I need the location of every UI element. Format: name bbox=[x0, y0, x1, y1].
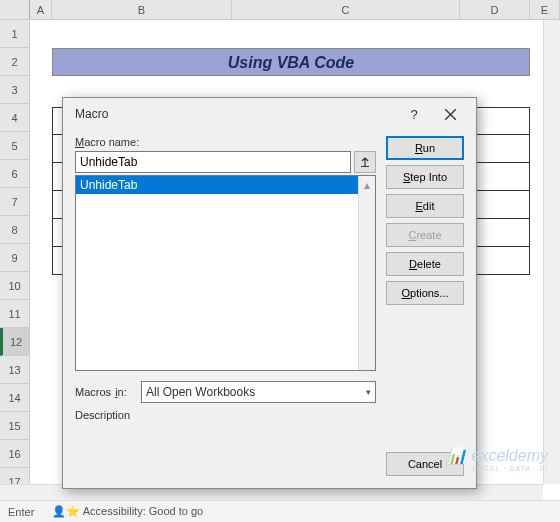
row-header[interactable]: 13 bbox=[0, 356, 29, 384]
create-button: Create bbox=[386, 223, 464, 247]
col-header-d[interactable]: D bbox=[460, 0, 530, 19]
close-button[interactable] bbox=[432, 100, 468, 128]
macro-name-label: Macro name: bbox=[75, 136, 376, 148]
macro-list-item[interactable]: UnhideTab bbox=[76, 176, 375, 194]
step-into-button[interactable]: Step Into bbox=[386, 165, 464, 189]
macros-in-value: All Open Workbooks bbox=[146, 385, 255, 399]
col-header-b[interactable]: B bbox=[52, 0, 232, 19]
accessibility-status[interactable]: 👤⭐ Accessibility: Good to go bbox=[52, 505, 203, 518]
dialog-titlebar[interactable]: Macro ? bbox=[63, 98, 476, 130]
row-header[interactable]: 2 bbox=[0, 48, 29, 76]
edit-button[interactable]: Edit bbox=[386, 194, 464, 218]
status-bar: Enter 👤⭐ Accessibility: Good to go bbox=[0, 500, 560, 522]
row-header[interactable]: 10 bbox=[0, 272, 29, 300]
chevron-up-icon[interactable]: ▴ bbox=[359, 176, 375, 193]
macro-listbox[interactable]: UnhideTab ▴ bbox=[75, 175, 376, 371]
row-header[interactable]: 4 bbox=[0, 104, 29, 132]
help-button[interactable]: ? bbox=[396, 100, 432, 128]
macro-name-input[interactable] bbox=[75, 151, 351, 173]
cancel-button[interactable]: Cancel bbox=[386, 452, 464, 476]
chevron-down-icon: ▾ bbox=[366, 387, 371, 397]
collapse-dialog-button[interactable] bbox=[354, 151, 376, 173]
delete-button[interactable]: Delete bbox=[386, 252, 464, 276]
row-header[interactable]: 1 bbox=[0, 20, 29, 48]
run-button[interactable]: Run bbox=[386, 136, 464, 160]
row-header[interactable]: 3 bbox=[0, 76, 29, 104]
row-header[interactable]: 6 bbox=[0, 160, 29, 188]
row-header[interactable]: 9 bbox=[0, 244, 29, 272]
macros-in-label: Macros in: bbox=[75, 386, 133, 398]
row-header[interactable]: 15 bbox=[0, 412, 29, 440]
close-icon bbox=[445, 109, 456, 120]
row-header[interactable]: 14 bbox=[0, 384, 29, 412]
select-all-cell[interactable] bbox=[0, 0, 30, 19]
col-header-e[interactable]: E bbox=[530, 0, 560, 19]
row-header[interactable]: 5 bbox=[0, 132, 29, 160]
row-header[interactable]: 8 bbox=[0, 216, 29, 244]
status-mode: Enter bbox=[8, 506, 34, 518]
row-header[interactable]: 11 bbox=[0, 300, 29, 328]
macros-in-select[interactable]: All Open Workbooks ▾ bbox=[141, 381, 376, 403]
row-header[interactable]: 12 bbox=[0, 328, 29, 356]
listbox-scrollbar[interactable]: ▴ bbox=[358, 176, 375, 370]
vertical-scrollbar[interactable] bbox=[543, 20, 560, 484]
col-header-a[interactable]: A bbox=[30, 0, 52, 19]
dialog-title: Macro bbox=[75, 107, 396, 121]
column-headers: A B C D E bbox=[0, 0, 560, 20]
options-button[interactable]: Options... bbox=[386, 281, 464, 305]
sheet-title-cell[interactable]: Using VBA Code bbox=[52, 48, 530, 76]
row-header[interactable]: 7 bbox=[0, 188, 29, 216]
row-headers: 1 2 3 4 5 6 7 8 9 10 11 12 13 14 15 16 1… bbox=[0, 20, 30, 496]
macro-dialog: Macro ? Macro name: UnhideTab ▴ Macros i… bbox=[62, 97, 477, 489]
arrow-up-icon bbox=[360, 157, 370, 167]
row-header[interactable]: 16 bbox=[0, 440, 29, 468]
description-label: Description bbox=[75, 409, 376, 421]
col-header-c[interactable]: C bbox=[232, 0, 460, 19]
accessibility-icon: 👤⭐ bbox=[52, 505, 80, 517]
